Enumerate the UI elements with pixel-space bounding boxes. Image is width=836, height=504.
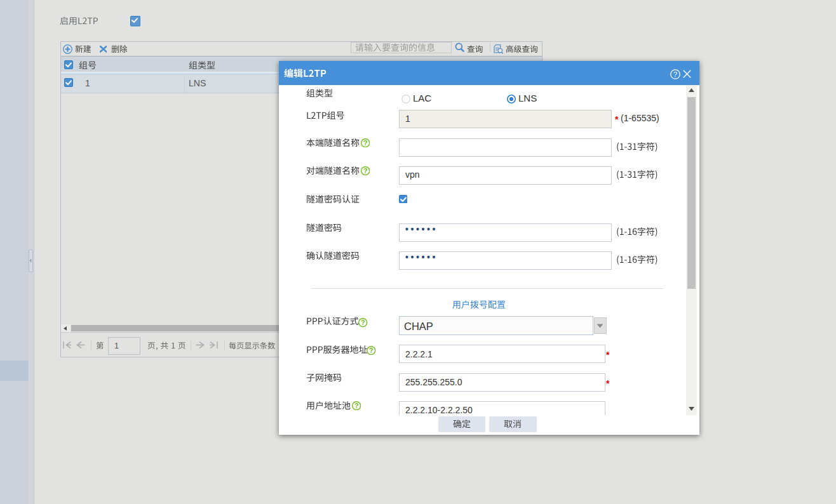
svg-text:LNS: LNS [189,78,206,88]
svg-text:1: 1 [114,342,119,350]
svg-text:••••••: •••••• [405,252,438,262]
svg-text:••••••: •••••• [405,224,438,234]
svg-text:?: ? [369,347,374,354]
svg-text:?: ? [354,402,359,409]
svg-text:?: ? [673,70,677,78]
svg-text:*: * [606,350,610,360]
svg-text:*: * [615,114,619,124]
svg-text:255.255.255.0: 255.255.255.0 [405,377,462,387]
svg-text:2.2.2.1: 2.2.2.1 [405,349,433,359]
svg-text:LAC: LAC [413,93,431,103]
svg-text:LNS: LNS [518,93,537,103]
svg-text:?: ? [363,167,367,175]
svg-text:2.2.2.10-2.2.2.50: 2.2.2.10-2.2.2.50 [405,405,473,415]
svg-text:(1-65535): (1-65535) [621,113,659,123]
svg-text:?: ? [361,319,365,326]
svg-text:vpn: vpn [405,169,420,180]
svg-text:*: * [606,378,610,388]
svg-text:1: 1 [405,114,410,124]
svg-text:1: 1 [85,78,90,88]
svg-text:?: ? [363,138,367,146]
svg-text:CHAP: CHAP [404,321,433,332]
